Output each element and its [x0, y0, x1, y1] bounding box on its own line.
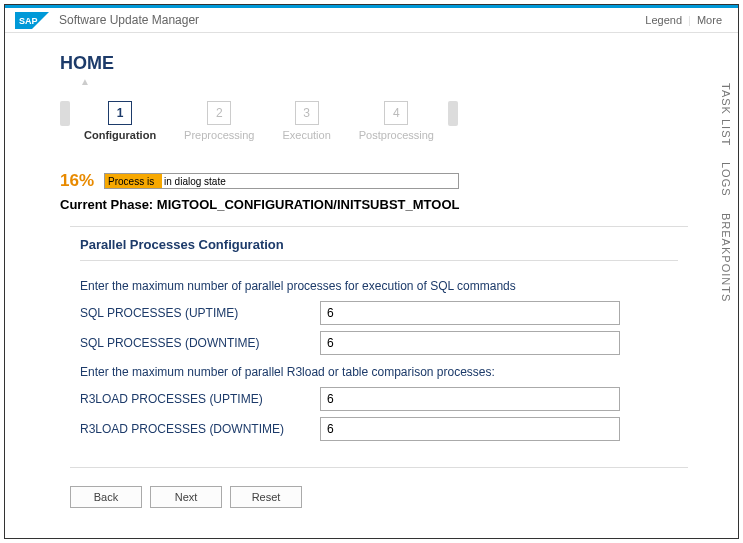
input-r3-downtime[interactable] [320, 417, 620, 441]
reset-button[interactable]: Reset [230, 486, 302, 508]
roadmap-start-icon [60, 101, 70, 126]
label-sql-uptime: SQL PROCESSES (UPTIME) [80, 306, 320, 320]
top-bar: SAP Software Update Manager Legend | Mor… [5, 5, 738, 33]
back-button[interactable]: Back [70, 486, 142, 508]
label-sql-downtime: SQL PROCESSES (DOWNTIME) [80, 336, 320, 350]
sap-logo: SAP [15, 12, 49, 29]
legend-link[interactable]: Legend [639, 14, 688, 26]
hint-r3load: Enter the maximum number of parallel R3l… [80, 365, 678, 379]
app-title: Software Update Manager [59, 13, 199, 27]
svg-text:SAP: SAP [19, 16, 38, 26]
roadmap-step-4[interactable]: 4 [384, 101, 408, 125]
roadmap-label-3: Execution [282, 129, 330, 141]
collapse-arrow-icon: ▲ [80, 76, 688, 87]
roadmap-step-1[interactable]: 1 [108, 101, 132, 125]
status-bar-text: in dialog state [162, 174, 458, 188]
label-r3-uptime: R3LOAD PROCESSES (UPTIME) [80, 392, 320, 406]
roadmap-label-2: Preprocessing [184, 129, 254, 141]
label-r3-downtime: R3LOAD PROCESSES (DOWNTIME) [80, 422, 320, 436]
roadmap: 1 Configuration 2 Preprocessing 3 Execut… [60, 101, 688, 141]
input-sql-uptime[interactable] [320, 301, 620, 325]
input-sql-downtime[interactable] [320, 331, 620, 355]
roadmap-step-3[interactable]: 3 [295, 101, 319, 125]
next-button[interactable]: Next [150, 486, 222, 508]
hint-sql: Enter the maximum number of parallel pro… [80, 279, 678, 293]
section-title: Parallel Processes Configuration [80, 237, 678, 261]
roadmap-label-4: Postprocessing [359, 129, 434, 141]
more-link[interactable]: More [691, 14, 728, 26]
roadmap-label-1: Configuration [84, 129, 156, 141]
roadmap-end-icon [448, 101, 458, 126]
parallel-processes-section: Parallel Processes Configuration Enter t… [70, 226, 688, 468]
status-bar-fill: Process is [105, 174, 162, 188]
page-title: HOME [60, 53, 688, 74]
progress-percent: 16% [60, 171, 94, 191]
input-r3-uptime[interactable] [320, 387, 620, 411]
status-bar: Process is in dialog state [104, 173, 459, 189]
roadmap-step-2[interactable]: 2 [207, 101, 231, 125]
current-phase: Current Phase: MIGTOOL_CONFIGURATION/INI… [60, 197, 688, 212]
